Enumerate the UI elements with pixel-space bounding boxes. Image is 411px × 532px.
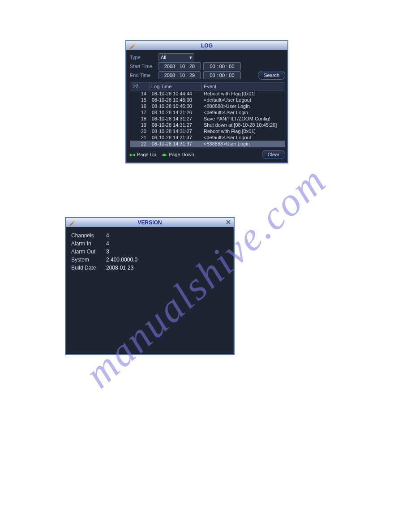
version-key: Channels: [71, 232, 101, 240]
start-time-input[interactable]: 00 : 00 : 00: [203, 62, 241, 70]
log-row-time: 08-10-28 14:31:26: [150, 109, 202, 116]
log-row-event: Shut down at [08-10-28 10:45:26]: [202, 122, 285, 128]
log-row-event: Save PAN/TILT/ZOOM Config!: [202, 116, 285, 122]
log-row-time: 08-10-28 14:31:27: [150, 128, 202, 134]
log-row-time: 08-10-28 14:31:37: [150, 141, 202, 147]
log-row-event: Reboot with Flag [0x01]: [202, 128, 285, 134]
log-row[interactable]: 1608-10-28 10:45:00<888888>User Login: [130, 103, 285, 109]
log-row[interactable]: 2208-10-28 14:31:37<888888>User Login: [130, 141, 285, 147]
version-title: VERSION: [137, 219, 162, 226]
version-row: Alarm In4: [71, 240, 228, 248]
log-titlebar: LOG: [126, 41, 287, 50]
type-select[interactable]: All ▾: [158, 53, 194, 61]
log-row[interactable]: 2008-10-28 14:31:27Reboot with Flag [0x0…: [130, 128, 285, 134]
log-row-index: 16: [130, 103, 150, 109]
version-window: VERSION Channels4Alarm In4Alarm Out3Syst…: [65, 217, 235, 355]
start-time-label: Start Time: [130, 64, 156, 69]
log-row-time: 08-10-28 10:45:00: [150, 97, 202, 103]
version-row: Build Date2008-01-23: [71, 264, 228, 272]
log-row-index: 20: [130, 128, 150, 134]
log-row[interactable]: 2108-10-28 14:31:37<default>User Logout: [130, 134, 285, 141]
version-value: 4: [106, 240, 109, 248]
log-row-event: <default>User Login: [202, 109, 285, 116]
log-row[interactable]: 1808-10-28 14:31:27Save PAN/TILT/ZOOM Co…: [130, 116, 285, 122]
log-row-index: 19: [130, 122, 150, 128]
log-row-index: 18: [130, 116, 150, 122]
version-key: System: [71, 256, 101, 264]
page-up-icon: ▸◂: [130, 152, 135, 158]
type-select-value: All: [161, 55, 166, 60]
version-value: 2008-01-23: [106, 264, 133, 272]
log-count-header: 22: [130, 83, 150, 90]
version-value: 2.400.0000.0: [106, 256, 137, 264]
close-button[interactable]: [225, 219, 232, 226]
end-time-input[interactable]: 00 : 00 : 00: [203, 71, 241, 79]
log-row-event: <default>User Logout: [202, 97, 285, 103]
log-row-index: 14: [130, 90, 150, 97]
log-table: 22 Log Time Event 1408-10-28 10:44:44Reb…: [130, 82, 285, 147]
end-date-input[interactable]: 2008 - 10 - 29: [158, 71, 201, 79]
version-value: 3: [106, 248, 109, 256]
page-down-icon: ◂▸: [162, 152, 167, 158]
log-event-header: Event: [202, 83, 285, 90]
log-row-index: 22: [130, 141, 150, 147]
version-row: System2.400.0000.0: [71, 256, 228, 264]
log-row-event: Reboot with Flag [0x01]: [202, 90, 285, 97]
page-up-label: Page Up: [137, 152, 156, 157]
log-row-index: 17: [130, 109, 150, 116]
version-key: Alarm In: [71, 240, 101, 248]
log-row[interactable]: 1708-10-28 14:31:26<default>User Login: [130, 109, 285, 116]
version-value: 4: [106, 232, 109, 240]
version-key: Build Date: [71, 264, 101, 272]
log-row-time: 08-10-28 14:31:27: [150, 122, 202, 128]
log-row-event: <default>User Logout: [202, 134, 285, 141]
log-row[interactable]: 1908-10-28 14:31:27Shut down at [08-10-2…: [130, 122, 285, 128]
type-label: Type: [130, 55, 156, 60]
chevron-down-icon: ▾: [189, 55, 192, 60]
log-row[interactable]: 1408-10-28 10:44:44Reboot with Flag [0x0…: [130, 90, 285, 97]
log-title: LOG: [201, 43, 213, 49]
end-time-label: End Time: [130, 73, 156, 78]
version-app-icon: [68, 219, 76, 226]
log-app-icon: [129, 42, 136, 49]
log-time-header: Log Time: [150, 83, 202, 90]
clear-button[interactable]: Clear: [262, 150, 285, 159]
log-row-index: 15: [130, 97, 150, 103]
log-row-time: 08-10-28 10:44:44: [150, 90, 202, 97]
page-down-label: Page Down: [169, 152, 194, 157]
log-row-event: <888888>User Login: [202, 141, 285, 147]
log-row-index: 21: [130, 134, 150, 141]
log-row[interactable]: 1508-10-28 10:45:00<default>User Logout: [130, 97, 285, 103]
start-date-input[interactable]: 2008 - 10 - 28: [158, 62, 201, 70]
page-up-button[interactable]: ▸◂ Page Up: [130, 152, 156, 158]
log-table-header: 22 Log Time Event: [130, 83, 285, 90]
log-row-time: 08-10-28 10:45:00: [150, 103, 202, 109]
svg-point-0: [134, 43, 136, 44]
search-button[interactable]: Search: [258, 71, 285, 80]
version-key: Alarm Out: [71, 248, 101, 256]
page-down-button[interactable]: ◂▸ Page Down: [162, 152, 194, 158]
version-row: Channels4: [71, 232, 228, 240]
log-row-event: <888888>User Login: [202, 103, 285, 109]
version-titlebar: VERSION: [66, 218, 234, 227]
log-row-time: 08-10-28 14:31:37: [150, 134, 202, 141]
version-row: Alarm Out3: [71, 248, 228, 256]
log-window: LOG Type All ▾ Start Time 2008 - 10 - 28…: [125, 40, 288, 163]
log-row-time: 08-10-28 14:31:27: [150, 116, 202, 122]
